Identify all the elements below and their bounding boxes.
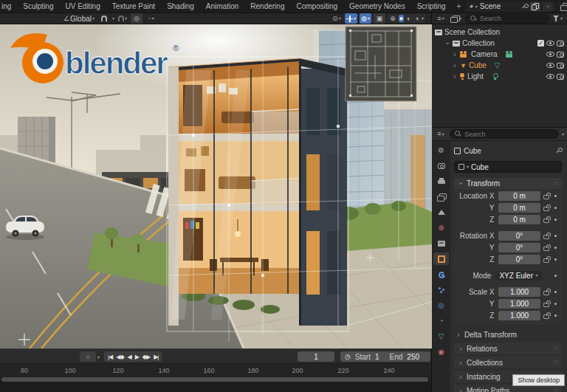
location-z-field[interactable]: 0 m (498, 215, 540, 224)
shading-wireframe-button[interactable]: ⊕ (389, 15, 396, 22)
next-keyframe-button[interactable]: ◆▶ (142, 354, 150, 360)
outliner-filter-dropdown[interactable]: ▾ (551, 13, 564, 24)
scene-selector[interactable]: ◕ ▾ Scene × (466, 1, 555, 12)
cube-label[interactable]: Cube (469, 61, 487, 69)
snap-target-dropdown[interactable]: ▾ (117, 13, 128, 24)
viewlayer-selector[interactable]: ▾ ViewLayer × (557, 1, 567, 12)
animate-dot-icon[interactable] (554, 303, 557, 305)
disable-in-render-icon[interactable] (557, 74, 564, 80)
scene-browse-icon[interactable]: ◕ (469, 3, 472, 10)
scale-y-field[interactable]: 1.000 (498, 299, 540, 309)
drag-grip-icon[interactable]: ∷∷ (553, 360, 558, 365)
move-gizmo-toggle[interactable]: ▾ (345, 13, 357, 24)
rotation-y-field[interactable]: 0° (498, 243, 540, 252)
tab-object-data[interactable]: ▽ (433, 330, 449, 343)
timeline-scrollbar[interactable] (0, 376, 431, 382)
scale-x-field[interactable]: 1.000 (498, 287, 540, 297)
workspace-tab-rendering[interactable]: Rendering (244, 0, 290, 13)
outliner-row-collection[interactable]: › Collection ✓ (432, 38, 567, 49)
animate-dot-icon[interactable] (554, 247, 557, 249)
jump-to-start-button[interactable]: |◀ (108, 354, 112, 360)
proportional-falloff-dropdown[interactable]: ~ ▾ (145, 13, 157, 24)
lock-icon[interactable] (543, 314, 549, 319)
transform-orientation-dropdown[interactable]: ∠ Global ▾ (62, 13, 96, 24)
light-label[interactable]: Light (467, 72, 484, 80)
pin-id-icon[interactable] (554, 147, 562, 154)
scrollbar-thumb[interactable] (1, 377, 428, 382)
tab-modifiers[interactable] (433, 268, 449, 281)
tab-physics[interactable]: ◎ (433, 299, 449, 312)
show-gizmo-dropdown[interactable]: ⊙ ▾ (331, 13, 343, 24)
workspace-tab-texture-paint[interactable]: Texture Paint (106, 0, 161, 13)
hide-in-viewport-icon[interactable] (546, 74, 554, 79)
expand-icon[interactable]: › (452, 50, 458, 58)
object-name-value[interactable]: Cube (471, 163, 489, 171)
new-scene-button[interactable] (530, 2, 540, 11)
shading-solid-button[interactable]: ● (399, 15, 404, 22)
animate-dot-icon[interactable] (554, 258, 557, 261)
collections-panel[interactable]: › Collections ∷∷ (454, 357, 562, 368)
collection-checkbox[interactable]: ✓ (537, 40, 544, 47)
animate-dot-icon[interactable] (554, 275, 557, 277)
disable-in-render-icon[interactable] (557, 41, 564, 47)
scene-collection-label[interactable]: Scene Collection (444, 28, 500, 36)
animate-dot-icon[interactable] (554, 207, 557, 209)
relations-panel[interactable]: › Relations ∷∷ (454, 343, 562, 354)
properties-search-field[interactable] (450, 129, 559, 139)
location-y-field[interactable]: 0 m (498, 203, 540, 213)
timeline-ruler[interactable]: 80 100 120 140 160 180 200 220 240 (0, 363, 431, 376)
play-button[interactable]: ▶ (135, 354, 139, 360)
outliner-row-scene-collection[interactable]: Scene Collection (432, 27, 567, 38)
tab-material[interactable]: ◉ (433, 345, 449, 358)
animate-dot-icon[interactable] (554, 195, 557, 197)
drag-grip-icon[interactable]: ∷∷ (553, 388, 558, 392)
3d-viewport[interactable]: blender ® (0, 24, 431, 348)
hide-in-viewport-icon[interactable] (546, 52, 554, 57)
hide-in-viewport-icon[interactable] (546, 63, 554, 68)
current-frame-field[interactable]: 1 (298, 351, 334, 362)
expand-icon[interactable]: › (452, 61, 458, 69)
animate-dot-icon[interactable] (554, 291, 557, 293)
tab-render[interactable] (433, 159, 449, 172)
unlink-scene-button[interactable]: × (543, 2, 553, 11)
tab-output[interactable] (433, 175, 449, 188)
show-overlays-toggle[interactable]: ◍▾ (360, 13, 371, 24)
workspace-tab-uv-editing[interactable]: UV Editing (60, 0, 106, 13)
tab-collection[interactable] (433, 237, 449, 250)
tab-object[interactable] (433, 252, 449, 265)
outliner-row-cube[interactable]: › ▼ Cube ▽ (432, 60, 567, 71)
lock-icon[interactable] (543, 235, 549, 239)
disable-in-render-icon[interactable] (557, 63, 564, 69)
tab-constraints[interactable]: ◔ (433, 314, 449, 327)
collection-label[interactable]: Collection (462, 39, 495, 47)
lock-icon[interactable] (543, 291, 549, 295)
drag-grip-icon[interactable]: ∷∷ (553, 345, 558, 351)
transform-panel-header[interactable]: › Transform ∷∷ (454, 178, 562, 189)
rotation-x-field[interactable]: 0° (498, 231, 540, 241)
snap-toggle-button[interactable] (98, 13, 110, 24)
lock-icon[interactable] (543, 258, 549, 263)
drag-grip-icon[interactable]: ∷∷ (553, 181, 558, 187)
tab-view-layer[interactable] (433, 190, 449, 203)
workspace-tab-sculpting[interactable]: Sculpting (17, 0, 59, 13)
outliner-row-light[interactable]: › Light (432, 71, 567, 82)
workspace-tab-shading[interactable]: Shading (161, 0, 200, 13)
add-workspace-button[interactable]: + (452, 2, 467, 10)
outliner-display-mode-dropdown[interactable]: ≡ ▾ (435, 13, 447, 24)
rotation-mode-dropdown[interactable]: XYZ Euler ▾ (495, 271, 541, 281)
tab-tool[interactable]: ⚙ (433, 144, 449, 157)
tab-particles[interactable] (433, 283, 449, 296)
lock-icon[interactable] (543, 195, 549, 199)
pin-scene-icon[interactable] (520, 3, 528, 10)
lock-icon[interactable] (543, 207, 549, 211)
proportional-editing-button[interactable]: ◎ (131, 13, 142, 24)
object-name-field[interactable]: ▾ Cube (454, 161, 562, 173)
disable-in-render-icon[interactable] (557, 52, 564, 58)
hide-in-viewport-icon[interactable] (546, 41, 554, 46)
outliner-filter-id-dropdown[interactable]: ▾ (449, 13, 463, 24)
outliner-row-camera[interactable]: › Camera (432, 49, 567, 60)
outliner-search-input[interactable] (480, 15, 544, 22)
play-reverse-button[interactable]: ◀ (128, 354, 131, 360)
jump-to-end-button[interactable]: ▶| (154, 354, 158, 360)
rotation-z-field[interactable]: 0° (498, 255, 540, 264)
